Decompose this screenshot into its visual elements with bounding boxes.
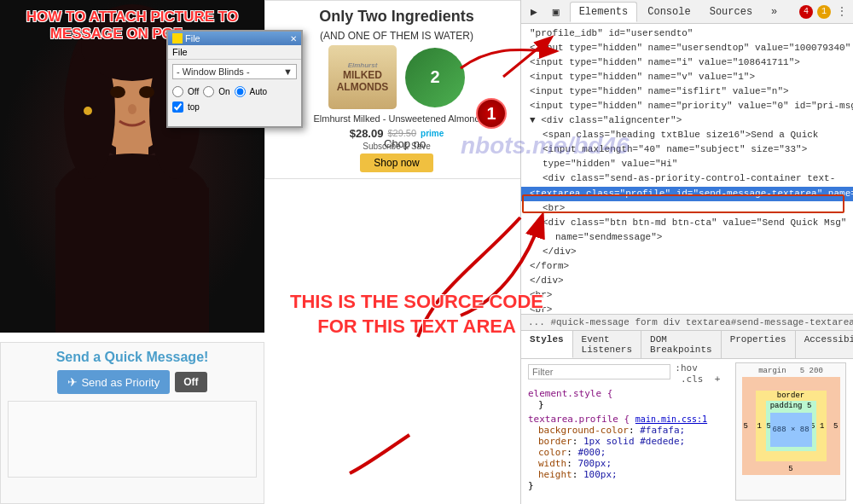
radio-auto-label: Auto	[250, 87, 268, 96]
radio-on[interactable]	[203, 86, 214, 97]
dialog-dropdown-label: - Window Blinds -	[177, 67, 250, 77]
html-line: name="sendmessage">	[521, 230, 853, 245]
send-priority-button[interactable]: ✈ Send as Priority	[57, 370, 170, 394]
send-priority-label: Send as Priority	[81, 376, 160, 389]
message-textarea[interactable]	[8, 401, 257, 478]
chevron-down-icon: ▼	[283, 67, 293, 77]
devtools-tab-bar: ▶ ▣ Elements Console Sources » 4 1 ⋮	[521, 0, 853, 24]
ad-subtitle: (AND ONE OF THEM IS WATER)	[265, 28, 528, 43]
dialog-icon	[172, 33, 183, 43]
svg-point-10	[139, 86, 154, 98]
svg-point-12	[84, 107, 92, 115]
svg-rect-5	[55, 188, 209, 333]
tab-event-listeners[interactable]: Event Listeners	[573, 331, 641, 358]
box-model-diagram: 5 5 border 1 1 padding 5 5 5 688 × 88 5	[742, 377, 840, 475]
devtools-panel: ▶ ▣ Elements Console Sources » 4 1 ⋮ "pr…	[520, 0, 853, 504]
css-prop-border: border: 1px solid #dedede;	[528, 436, 727, 447]
file-dialog: File ✕ File - Window Blinds - ▼ Off On A…	[166, 30, 303, 128]
plane-icon: ✈	[67, 375, 78, 389]
css-prop-width: width: 700px;	[528, 458, 727, 469]
html-line: <input type="hidden" name="i" value="108…	[521, 55, 853, 70]
dialog-dropdown[interactable]: - Window Blinds - ▼	[172, 64, 297, 79]
box-border-left: 1	[757, 422, 762, 431]
toggle-off-button[interactable]: Off	[175, 372, 206, 392]
html-line: <textarea class="profile" id="send-messa…	[521, 187, 853, 201]
source-code-text-line1: THIS IS THE SOURCE CODE	[290, 291, 543, 312]
box-content-layer: 688 × 88	[770, 413, 812, 447]
tab-properties[interactable]: Properties	[722, 331, 796, 358]
devtools-icons-right: 4 1 ⋮	[799, 3, 849, 20]
tab-dom-breakpoints[interactable]: DOM Breakpoints	[641, 331, 722, 358]
tab-elements[interactable]: Elements	[570, 2, 638, 22]
box-model-panel: margin 5 200 5 5 border 1 1 padding 5 5	[735, 362, 846, 501]
box-model-label: margin 5 200	[758, 367, 823, 375]
checkbox-top[interactable]	[172, 101, 183, 113]
send-quick-message-title: Send a Quick Message!	[56, 350, 209, 365]
ad-price-current: $28.09	[350, 127, 384, 140]
radio-off-label: Off	[188, 87, 199, 96]
box-border-right: 1	[820, 422, 824, 431]
css-textarea-selector: textarea.profile {	[528, 414, 635, 425]
send-message-box: Send a Quick Message! ✈ Send as Priority…	[0, 342, 264, 504]
dialog-menu-file[interactable]: File	[172, 47, 188, 57]
css-block-textarea: textarea.profile { main.min.css:1 backgr…	[528, 414, 727, 491]
dialog-menu-bar: File	[168, 45, 301, 60]
tab-accessibility[interactable]: Accessibility	[796, 331, 853, 358]
html-line: <input type="hidden" name="usersendtop" …	[521, 41, 853, 55]
tab-more[interactable]: »	[763, 3, 786, 21]
css-prop-bg: background-color: #fafafa;	[528, 425, 727, 436]
html-source-area: "profile_idb" id="usersendto"<input type…	[521, 24, 853, 314]
html-line: <br>	[521, 288, 853, 303]
dialog-radio-row: Off On Auto	[168, 84, 301, 100]
tab-console[interactable]: Console	[639, 3, 699, 21]
ad-brand-label: Elmhurst	[337, 61, 389, 69]
html-line: <div class="send-as-priority-control-con…	[521, 171, 853, 186]
html-line: </div>	[521, 274, 853, 288]
css-selector-element: element.style {	[528, 388, 727, 399]
css-prop-height: height: 100px;	[528, 469, 727, 480]
box-padding-label: padding 5	[766, 402, 816, 410]
warn-count-badge: 1	[817, 5, 831, 19]
box-margin-right: 5	[833, 422, 838, 431]
step-1-circle: 1	[476, 98, 507, 129]
html-line: ▼ <div class="aligncenter">	[521, 113, 853, 128]
html-line: </form>	[521, 259, 853, 274]
radio-on-label: On	[218, 87, 229, 96]
ad-badge-circle: 2	[405, 48, 465, 107]
devtools-styles-area: :hov .cls + element.style { } textarea.p…	[521, 359, 853, 504]
styles-filter-input[interactable]	[528, 364, 670, 379]
dialog-title-bar: File ✕	[168, 32, 301, 45]
box-margin-bottom: 5	[742, 465, 840, 473]
chop-no-text: Chop no	[384, 137, 469, 161]
svg-point-9	[110, 86, 125, 98]
ad-product-type: MILKEDALMONDS	[337, 69, 389, 93]
tab-sources[interactable]: Sources	[701, 3, 761, 21]
ad-title: Only Two Ingredients	[265, 1, 528, 28]
radio-auto[interactable]	[235, 86, 246, 97]
radio-off[interactable]	[172, 86, 183, 97]
ad-badge-number: 2	[430, 67, 439, 87]
pseudo-class-toggle[interactable]: :hov .cls +	[675, 362, 727, 385]
dialog-title: File	[185, 33, 200, 43]
devtools-icon-inspect[interactable]: ▶	[525, 3, 543, 20]
source-code-annotation: THIS IS THE SOURCE CODE FOR THIS TEXT AR…	[290, 290, 543, 339]
step-1-number: 1	[486, 104, 496, 124]
watermark-text: nbots.me/bd46	[461, 132, 630, 159]
devtools-breadcrumb: ... #quick-message form div textarea#sen…	[521, 314, 853, 331]
html-line: <input type="hidden" name="v" value="1">	[521, 70, 853, 84]
devtools-settings-icon[interactable]: ⋮	[835, 3, 849, 20]
styles-left-panel: :hov .cls + element.style { } textarea.p…	[528, 362, 727, 501]
devtools-icon-device[interactable]: ▣	[544, 2, 568, 22]
css-link-source[interactable]: main.min.css:1	[635, 414, 707, 424]
css-textarea-close: }	[528, 480, 727, 491]
css-element-close: }	[528, 399, 727, 410]
ad-prime-badge: prime	[421, 129, 444, 138]
html-line: <br>	[521, 303, 853, 314]
html-line: "profile_idb" id="usersendto"	[521, 26, 853, 41]
html-line: <input type="hidden" name="priority" val…	[521, 99, 853, 113]
error-count-badge: 4	[799, 5, 813, 19]
html-line: </div>	[521, 245, 853, 259]
checkbox-top-label: top	[188, 102, 200, 112]
html-line: <br>	[521, 201, 853, 216]
dialog-close-btn[interactable]: ✕	[290, 34, 297, 43]
